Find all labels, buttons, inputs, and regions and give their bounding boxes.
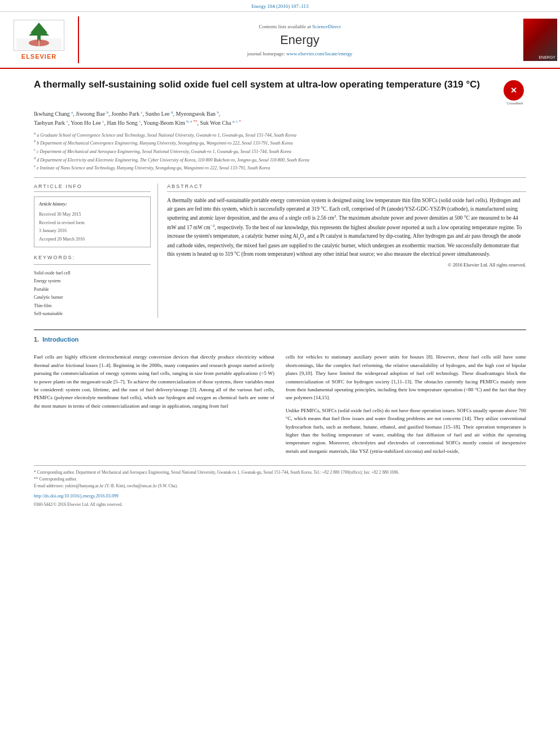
sciencedirect-prefix: Contents lists available at (259, 24, 312, 29)
section-title: Introduction (42, 336, 78, 343)
affiliation-c: c c Department of Mechanical and Aerospa… (34, 147, 526, 155)
journal-header: ELSEVIER Contents lists available at Sci… (0, 12, 560, 69)
keyword-3: Portable (34, 286, 151, 294)
intro-para-3: Unlike PEMFCs, SOFCs (solid oxide fuel c… (286, 407, 526, 455)
introduction-section: 1. Introduction Fuel cells are highly ef… (34, 329, 526, 460)
abstract-column: ABSTRACT A thermally stable and self-sus… (167, 184, 526, 318)
keyword-1: Solid oxide fuel cell (34, 269, 151, 277)
journal-ref-text: Energy 104 (2016) 107–113 (251, 3, 308, 9)
crossmark-text: CrossMark (504, 102, 526, 105)
elsevier-logo-image (14, 20, 64, 51)
keywords-list: Solid oxide fuel cell Energy system Port… (34, 269, 151, 318)
intro-left-col: Fuel cells are highly efficient electroc… (34, 353, 274, 460)
svg-marker-3 (29, 26, 49, 36)
article-title-section: A thermally self-sustaining solid oxide … (34, 78, 526, 103)
keyword-2: Energy system (34, 277, 151, 285)
affiliations-section: a a Graduate School of Convergence Scien… (34, 130, 526, 172)
intro-para-2: cells for vehicles to stationary auxilia… (286, 353, 526, 401)
email-label: E-mail addresses: (34, 483, 64, 488)
issn-line: 0360-5442/© 2016 Elsevier Ltd. All right… (34, 501, 526, 508)
double-corresponding-author-note: ** Corresponding author. (34, 476, 526, 483)
intro-para-1: Fuel cells are highly efficient electroc… (34, 353, 274, 410)
section-number: 1. (34, 336, 39, 343)
email-line: E-mail addresses: yukiro@hanyang.ac.kr (… (34, 483, 526, 490)
elsevier-text: ELSEVIER (21, 53, 56, 60)
energy-cover-image: ENERGY (520, 16, 560, 63)
article-info-label: ARTICLE INFO (34, 184, 151, 192)
article-history-box: Article history: Received 30 May 2015 Re… (34, 196, 151, 247)
journal-reference: Energy 104 (2016) 107–113 (0, 0, 560, 12)
affiliation-d: d d Department of Electricity and Electr… (34, 155, 526, 164)
keyword-5: Thin-film (34, 302, 151, 310)
abstract-label: ABSTRACT (167, 184, 526, 192)
intro-right-col: cells for vehicles to stationary auxilia… (286, 353, 526, 460)
keywords-section: Keywords: Solid oxide fuel cell Energy s… (34, 253, 151, 318)
homepage-url[interactable]: www.elsevier.com/locate/energy (286, 51, 352, 56)
affiliation-e: e e Institute of Nano Science and Techno… (34, 163, 526, 172)
history-label: Article history: (39, 200, 146, 208)
sciencedirect-link[interactable]: ScienceDirect (312, 24, 340, 29)
crossmark-badge[interactable]: ✕ CrossMark (504, 80, 526, 103)
authors-line: Ikwhang Chang a, Jiwoong Bae b, Joonho P… (34, 110, 526, 128)
abstract-text: A thermally stable and self-sustainable … (167, 196, 526, 259)
affiliation-b: b b Department of Mechanical Convergence… (34, 138, 526, 147)
affiliation-a: a a Graduate School of Convergence Scien… (34, 130, 526, 139)
received-revised-label: Received in revised form (39, 219, 146, 227)
copyright-line: © 2016 Elsevier Ltd. All rights reserved… (167, 262, 526, 268)
corresponding-author-note: * Corresponding author. Department of Me… (34, 469, 526, 476)
sciencedirect-line: Contents lists available at ScienceDirec… (259, 24, 341, 29)
doi-line[interactable]: http://dx.doi.org/10.1016/j.energy.2016.… (34, 493, 526, 500)
article-info-column: ARTICLE INFO Article history: Received 3… (34, 184, 158, 318)
revised-date-display: 3 January 2016 (39, 227, 146, 235)
crossmark-circle: ✕ (504, 80, 524, 101)
email-values: yukiro@hanyang.ac.kr (Y.-B. Kim), swcha@… (65, 483, 178, 488)
main-content: A thermally self-sustaining solid oxide … (0, 69, 560, 517)
keyword-6: Self-sustainable (34, 310, 151, 318)
elsevier-logo: ELSEVIER (0, 16, 79, 63)
journal-name: Energy (280, 33, 320, 47)
received-date: Received 30 May 2015 (39, 211, 146, 219)
homepage-line: journal homepage: www.elsevier.com/locat… (247, 51, 353, 56)
cover-thumbnail: ENERGY (523, 19, 557, 61)
keyword-4: Catalytic burner (34, 294, 151, 302)
article-title: A thermally self-sustaining solid oxide … (34, 78, 480, 91)
keywords-label-header: Keywords: (34, 253, 151, 265)
journal-center-info: Contents lists available at ScienceDirec… (79, 16, 520, 63)
article-info-abstract-section: ARTICLE INFO Article history: Received 3… (34, 177, 526, 318)
homepage-prefix: journal homepage: (247, 51, 286, 56)
crossmark-icon: ✕ (510, 86, 517, 95)
accepted-date: Accepted 20 March 2016 (39, 235, 146, 243)
footnote-section: * Corresponding author. Department of Me… (34, 465, 526, 508)
cover-label: ENERGY (539, 55, 555, 59)
introduction-body: Fuel cells are highly efficient electroc… (34, 353, 526, 460)
